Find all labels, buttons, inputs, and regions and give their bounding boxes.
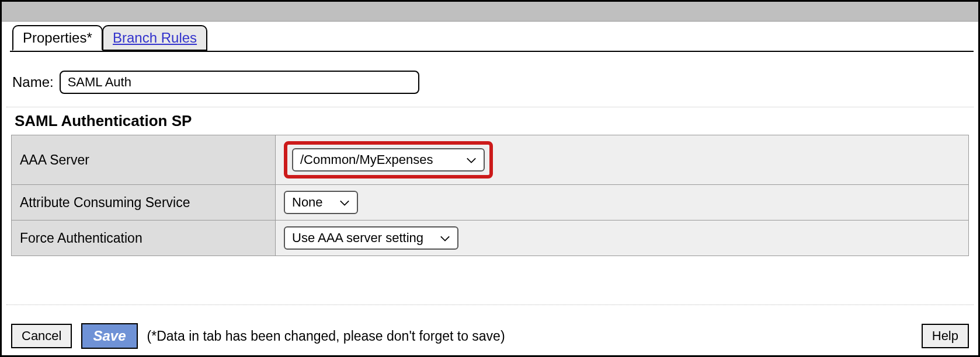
- tab-branch-rules[interactable]: Branch Rules: [102, 25, 207, 51]
- name-label: Name:: [12, 74, 54, 90]
- chevron-down-icon: [432, 230, 450, 246]
- select-attr-consume-value: None: [292, 195, 323, 210]
- row-attribute-consuming-service: Attribute Consuming Service None: [12, 185, 969, 220]
- name-row: Name:: [12, 71, 978, 94]
- row-aaa-server: AAA Server /Common/MyExpenses: [12, 135, 969, 185]
- cell-force-auth: Use AAA server setting: [276, 220, 969, 256]
- cancel-button[interactable]: Cancel: [11, 324, 72, 348]
- name-input[interactable]: [60, 71, 419, 94]
- cell-attr-consume: None: [276, 185, 969, 220]
- chevron-down-icon: [331, 195, 350, 210]
- footer-bar: Cancel Save (*Data in tab has been chang…: [2, 317, 978, 355]
- select-force-auth[interactable]: Use AAA server setting: [284, 226, 458, 250]
- cell-aaa-server: /Common/MyExpenses: [276, 135, 969, 185]
- select-aaa-server-value: /Common/MyExpenses: [300, 152, 433, 167]
- select-force-auth-value: Use AAA server setting: [292, 230, 423, 246]
- save-button[interactable]: Save: [81, 323, 137, 349]
- footer-divider: [6, 304, 974, 305]
- chevron-down-icon: [458, 152, 477, 167]
- tab-underline: [10, 51, 974, 52]
- tabs-row: Properties* Branch Rules: [2, 25, 978, 54]
- select-attr-consume[interactable]: None: [284, 191, 358, 214]
- section-title: SAML Authentication SP: [15, 112, 978, 130]
- tab-properties[interactable]: Properties*: [12, 25, 103, 51]
- unsaved-note: (*Data in tab has been changed, please d…: [147, 328, 505, 344]
- select-aaa-server[interactable]: /Common/MyExpenses: [292, 148, 485, 172]
- highlight-aaa-server: /Common/MyExpenses: [284, 141, 493, 178]
- help-button[interactable]: Help: [922, 324, 969, 348]
- dialog-window: Properties* Branch Rules Name: SAML Auth…: [0, 0, 980, 357]
- row-force-authentication: Force Authentication Use AAA server sett…: [12, 220, 969, 256]
- label-force-auth: Force Authentication: [12, 220, 276, 256]
- label-attr-consume: Attribute Consuming Service: [12, 185, 276, 220]
- saml-settings-table: AAA Server /Common/MyExpenses Attribute …: [11, 135, 969, 256]
- divider: [6, 107, 974, 107]
- label-aaa-server: AAA Server: [12, 135, 276, 185]
- window-titlebar: [2, 2, 978, 22]
